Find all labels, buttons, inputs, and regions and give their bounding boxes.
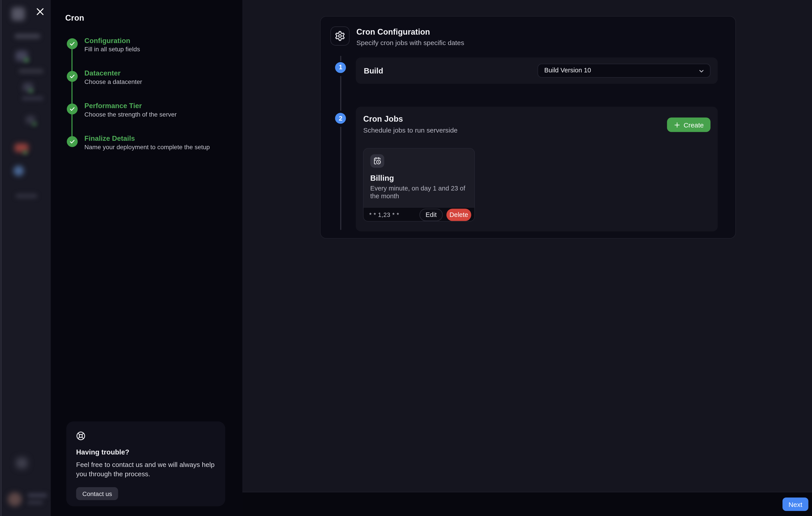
step-description: Choose a datacenter: [84, 78, 142, 86]
calendar-clock-icon: [373, 157, 381, 165]
cron-jobs-subtitle: Schedule jobs to run serverside: [364, 126, 458, 134]
step-title: Performance Tier: [84, 102, 142, 110]
cron-configuration-card: Cron Configuration Specify cron jobs wit…: [320, 16, 736, 239]
job-icon-tile: [370, 154, 384, 168]
job-name: Billing: [370, 174, 394, 183]
cron-setup-screen: Cron Configuration Fill in all setup fie…: [0, 0, 812, 516]
blurred-blue-item-icon: [13, 165, 24, 176]
step-configuration[interactable]: Configuration Fill in all setup fields: [51, 36, 242, 62]
job-card-footer: * * 1,23 * * Edit Delete: [364, 207, 474, 221]
card-subtitle: Specify cron jobs with specific dates: [356, 39, 464, 47]
blurred-status-dot: [32, 122, 37, 126]
delete-job-button[interactable]: Delete: [446, 209, 471, 221]
step-datacenter[interactable]: Datacenter Choose a datacenter: [51, 69, 242, 95]
main-content: Cron Configuration Specify cron jobs wit…: [242, 0, 812, 516]
blurred-user-name: [28, 493, 47, 497]
timeline-segment: [340, 56, 341, 61]
cron-steps-drawer: Cron Configuration Fill in all setup fie…: [51, 0, 242, 516]
blurred-user-avatar: [8, 492, 22, 506]
edit-job-button[interactable]: Edit: [419, 209, 443, 221]
card-icon-tile: [330, 26, 350, 45]
sidebar-scroll-edge: [0, 0, 1, 516]
step-title: Datacenter: [84, 69, 121, 77]
next-button[interactable]: Next: [782, 497, 808, 511]
blurred-status-dot: [24, 58, 29, 62]
build-section: Build Build Version 10: [356, 57, 718, 84]
blurred-app-logo: [11, 7, 25, 21]
close-button[interactable]: [34, 6, 46, 17]
job-description: Every minute, on day 1 and 23 of the mon…: [370, 185, 467, 201]
step-description: Choose the strength of the server: [84, 111, 177, 118]
contact-us-button[interactable]: Contact us: [76, 487, 118, 500]
drawer-title: Cron: [65, 13, 84, 23]
blurred-section-label: [16, 193, 37, 198]
help-title: Having trouble?: [76, 448, 129, 456]
blurred-text-line: [22, 96, 44, 100]
blurred-status-dot: [23, 151, 28, 154]
timeline-segment: [340, 76, 341, 111]
card-title: Cron Configuration: [356, 27, 430, 37]
blurred-text-line: [19, 69, 44, 73]
step-title: Configuration: [84, 36, 130, 44]
lifebuoy-icon: [76, 431, 86, 441]
create-job-button[interactable]: Create: [667, 118, 710, 132]
cron-expression: * * 1,23 * *: [369, 212, 399, 218]
check-icon: [69, 73, 75, 79]
cron-jobs-title: Cron Jobs: [364, 115, 403, 124]
check-icon: [69, 106, 75, 112]
step-description: Name your deployment to complete the set…: [84, 144, 210, 151]
blurred-app-sidebar: [0, 0, 51, 516]
gear-icon: [335, 30, 346, 41]
wizard-footer-bar: Next: [242, 492, 812, 516]
step-performance-tier[interactable]: Performance Tier Choose the strength of …: [51, 102, 242, 128]
help-box: Having trouble? Feel free to contact us …: [66, 421, 225, 506]
step-check-circle: [67, 38, 78, 49]
create-label: Create: [684, 121, 704, 129]
blurred-projects-label: [14, 34, 40, 39]
help-body: Feel free to contact us and we will alwa…: [76, 460, 217, 479]
step-check-circle: [67, 136, 78, 147]
build-version-value: Build Version 10: [544, 67, 591, 74]
step-check-circle: [67, 103, 78, 114]
blurred-status-dot: [28, 89, 33, 93]
cron-jobs-section: Cron Jobs Schedule jobs to run serversid…: [356, 107, 718, 231]
cron-job-card: Billing Every minute, on day 1 and 23 of…: [363, 148, 475, 221]
step-number-1: 1: [335, 62, 346, 73]
plus-icon: [674, 122, 680, 128]
close-icon: [35, 7, 45, 16]
step-description: Fill in all setup fields: [84, 45, 140, 53]
blurred-settings-gear: [16, 458, 27, 468]
chevron-down-icon: [698, 68, 705, 74]
build-version-select[interactable]: Build Version 10: [538, 63, 710, 78]
step-number-2: 2: [335, 113, 346, 124]
check-icon: [69, 139, 75, 145]
build-label: Build: [364, 66, 383, 75]
step-finalize-details[interactable]: Finalize Details Name your deployment to…: [51, 134, 242, 160]
check-icon: [69, 41, 75, 47]
step-title: Finalize Details: [84, 134, 135, 142]
blurred-user-subtitle: [28, 501, 43, 504]
timeline-segment: [340, 127, 341, 230]
step-check-circle: [67, 71, 78, 82]
